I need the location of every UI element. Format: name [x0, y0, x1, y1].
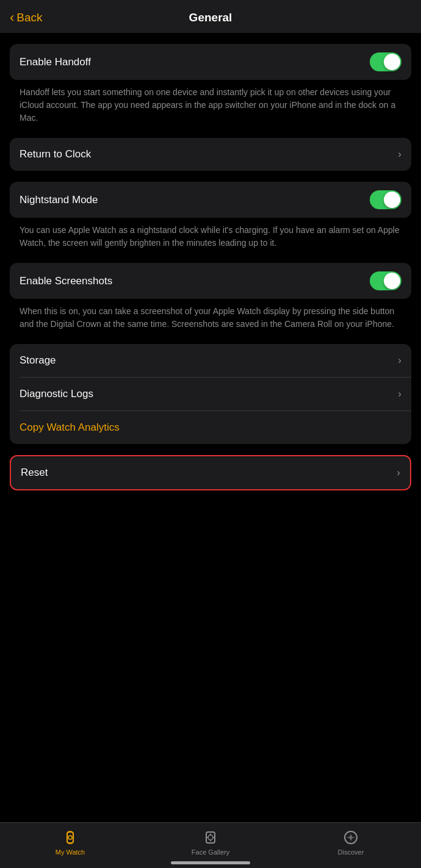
face-gallery-tab-label: Face Gallery	[192, 848, 229, 856]
nightstand-row[interactable]: Nightstand Mode	[10, 182, 411, 218]
svg-rect-2	[68, 842, 73, 844]
tab-my-watch[interactable]: My Watch	[0, 829, 140, 856]
copy-watch-analytics-row[interactable]: Copy Watch Analytics	[10, 411, 411, 444]
tab-discover[interactable]: Discover	[281, 829, 421, 856]
info-section: Storage › Diagnostic Logs › Copy Watch A…	[10, 344, 411, 444]
svg-point-5	[208, 835, 213, 840]
screenshots-section: Enable Screenshots When this is on, you …	[10, 263, 411, 333]
return-to-clock-label: Return to Clock	[20, 148, 91, 160]
toggle-knob-nightstand	[384, 192, 400, 208]
chevron-icon: ›	[398, 148, 401, 160]
nightstand-card: Nightstand Mode	[10, 182, 411, 218]
screenshots-row[interactable]: Enable Screenshots	[10, 263, 411, 299]
discover-tab-label: Discover	[338, 848, 364, 856]
back-label: Back	[16, 11, 42, 24]
handoff-card: Enable Handoff	[10, 44, 411, 80]
diagnostic-logs-label: Diagnostic Logs	[20, 388, 93, 400]
handoff-description: Handoff lets you start something on one …	[10, 80, 411, 127]
discover-icon	[342, 829, 359, 846]
return-to-clock-card: Return to Clock ›	[10, 138, 411, 171]
my-watch-tab-label: My Watch	[56, 848, 85, 856]
settings-content: Enable Handoff Handoff lets you start so…	[0, 44, 421, 562]
nightstand-section: Nightstand Mode You can use Apple Watch …	[10, 182, 411, 252]
back-button[interactable]: ‹ Back	[10, 10, 43, 26]
face-gallery-icon	[202, 829, 219, 846]
header: ‹ Back General	[0, 0, 421, 33]
reset-card: Reset ›	[10, 455, 411, 490]
svg-marker-11	[346, 834, 356, 841]
my-watch-icon	[62, 829, 79, 846]
page-title: General	[189, 11, 232, 24]
diagnostic-logs-row[interactable]: Diagnostic Logs ›	[10, 378, 411, 411]
svg-point-3	[68, 836, 72, 839]
home-indicator	[171, 861, 250, 864]
return-to-clock-section: Return to Clock ›	[10, 138, 411, 171]
toggle-knob	[384, 54, 400, 70]
return-to-clock-row[interactable]: Return to Clock ›	[10, 138, 411, 171]
handoff-label: Enable Handoff	[20, 56, 91, 68]
diagnostic-chevron-icon: ›	[398, 388, 401, 400]
reset-chevron-icon: ›	[397, 467, 400, 479]
tab-face-gallery[interactable]: Face Gallery	[140, 829, 281, 856]
storage-row[interactable]: Storage ›	[10, 344, 411, 377]
nightstand-description: You can use Apple Watch as a nightstand …	[10, 218, 411, 252]
storage-chevron-icon: ›	[398, 354, 401, 367]
handoff-section: Enable Handoff Handoff lets you start so…	[10, 44, 411, 127]
screenshots-card: Enable Screenshots	[10, 263, 411, 299]
reset-row[interactable]: Reset ›	[11, 456, 410, 489]
reset-label: Reset	[21, 467, 48, 479]
copy-watch-analytics-label: Copy Watch Analytics	[20, 421, 120, 434]
screenshots-description: When this is on, you can take a screensh…	[10, 299, 411, 333]
screenshots-label: Enable Screenshots	[20, 275, 112, 287]
handoff-row[interactable]: Enable Handoff	[10, 44, 411, 80]
storage-label: Storage	[20, 354, 56, 367]
info-card: Storage › Diagnostic Logs › Copy Watch A…	[10, 344, 411, 444]
handoff-toggle[interactable]	[370, 52, 401, 71]
svg-rect-1	[68, 831, 73, 833]
nightstand-label: Nightstand Mode	[20, 194, 98, 206]
toggle-knob-screenshots	[384, 273, 400, 289]
screenshots-toggle[interactable]	[370, 271, 401, 290]
reset-section: Reset ›	[10, 455, 411, 490]
nightstand-toggle[interactable]	[370, 190, 401, 209]
back-chevron-icon: ‹	[10, 10, 14, 26]
